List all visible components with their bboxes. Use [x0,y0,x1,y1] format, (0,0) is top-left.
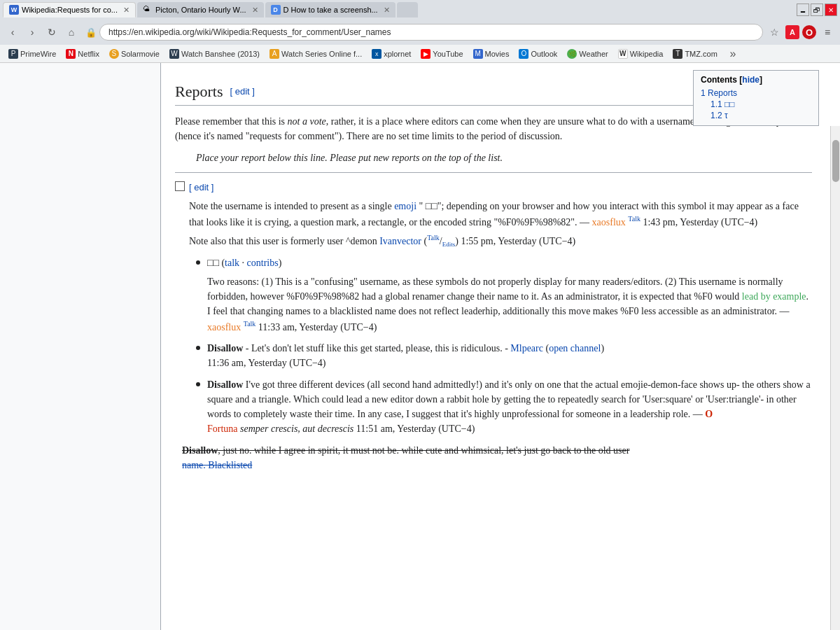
reload-button[interactable]: ↻ [43,24,60,41]
tab-close-screenshot[interactable]: ✕ [384,6,390,15]
home-button[interactable]: ⌂ [63,24,80,41]
bookmark-label-youtube: YouTube [433,50,463,58]
bookmark-solarmovie[interactable]: S Solarmovie [105,48,164,60]
tab-favicon-weather: 🌤 [143,5,153,15]
disallow3-extra[interactable]: name. Blacklisted [182,460,252,470]
bullet-dot-d2 [196,382,200,386]
disallow1-bullet: Disallow - Let's don't let stuff like th… [196,341,812,370]
left-sidebar [0,63,161,630]
ivanvector-link[interactable]: Ivanvector [379,235,421,246]
disallow2-time: 11:51 am, Yesterday (UTC−4) [356,424,475,434]
tab-close-wikipedia[interactable]: ✕ [123,6,130,15]
disallow3-text: , just no. while I agree in spirit, it m… [218,445,629,456]
bookmark-primewire[interactable]: P PrimeWire [4,48,60,60]
opera-icon[interactable]: O [802,25,816,39]
open-channel-link[interactable]: open channel [549,343,601,354]
tab-label-screenshot: D How to take a screensh... [284,6,378,14]
disallow2-label: Disallow [207,379,243,390]
title-bar: W Wikipedia:Requests for co... ✕ 🌤 Picto… [0,0,840,20]
minimize-button[interactable]: 🗕 [797,4,809,16]
bookmark-banshee[interactable]: W Watch Banshee (2013) [165,48,264,60]
bookmark-favicon-watchseries: A [270,49,279,59]
section-edit-link-reports[interactable]: [ edit ] [230,85,254,99]
disallow1-time: 11:36 am, Yesterday (UTC−4) [207,358,326,368]
checkbox-content: [ edit ] Note the username is intended t… [189,180,812,250]
toc-hide-link[interactable]: hide [742,75,760,85]
bookmark-label-outlook: Outlook [531,50,557,58]
bookmark-weather[interactable]: 🌿 Weather [563,48,612,60]
toc-title: Contents [hide] [701,75,811,85]
author-xaosflux-1[interactable]: xaosflux [592,217,626,227]
tab-weather[interactable]: 🌤 Picton, Ontario Hourly W... ✕ [137,2,264,18]
bookmark-favicon-movies: M [473,49,483,59]
checkbox-box [175,181,185,191]
toc-item-1-2[interactable]: 1.2 τ [701,110,811,121]
tab-close-weather[interactable]: ✕ [252,6,258,15]
bookmark-label-tmz: TMZ.com [685,50,717,58]
bookmark-favicon-weather: 🌿 [567,49,577,59]
bookmark-label-wikipedia: Wikipedia [630,50,664,58]
scrollbar[interactable] [830,126,840,630]
bookmark-netflix[interactable]: N Netflix [62,48,104,60]
back-button[interactable]: ‹ [4,24,21,41]
toc-item-1[interactable]: 1 Reports [701,88,811,99]
bookmark-label-primewire: PrimeWire [20,50,56,58]
toc-number-1: 1 [701,88,706,98]
bookmark-favicon-xplornet: x [372,49,382,59]
maximize-button[interactable]: 🗗 [811,4,823,16]
close-button[interactable]: ✕ [825,4,837,16]
body-para: Two reasons: (1) This is a "confusing" u… [207,274,812,335]
tab-wikipedia[interactable]: W Wikipedia:Requests for co... ✕ [3,2,136,18]
ivanvector-talk[interactable]: Talk [427,234,440,241]
user-talk-link[interactable]: talk [225,258,239,268]
disallow2-content: Disallow I've got three different device… [207,377,812,436]
disallow3-label: Disallow [182,445,218,456]
toc-item-1-1[interactable]: 1.1 □□ [701,99,811,110]
bookmark-favicon-wikipedia: W [618,49,628,59]
body-time: 11:33 am, Yesterday (UTC−4) [258,321,377,332]
ivanvector-edits[interactable]: Edits [442,241,456,248]
bookmark-label-xplornet: xplornet [384,50,411,58]
tab-new[interactable] [397,2,418,18]
bookmark-favicon-banshee: W [169,49,179,59]
bookmark-wikipedia[interactable]: W Wikipedia [614,48,668,60]
horizontal-rule [175,172,812,173]
bullet-dot-d1 [196,346,200,350]
window-controls: 🗕 🗗 ✕ [797,4,837,16]
bookmark-favicon-netflix: N [66,49,76,59]
adblock-icon[interactable]: A [785,25,799,39]
not-a-vote-text: not a vote [288,116,326,127]
scroll-thumb[interactable] [832,140,839,182]
toc-label-1-2: τ [724,111,728,120]
emoji-link[interactable]: emoji [394,201,416,211]
menu-icon[interactable]: ≡ [819,24,836,41]
author-xaosflux-2[interactable]: xaosflux [207,321,241,332]
bookmark-movies[interactable]: M Movies [469,48,514,60]
disallow3-content: Disallow, just no. while I agree in spir… [182,443,812,472]
bookmark-xplornet[interactable]: x xplornet [368,48,415,60]
talk-link-2[interactable]: Talk [244,320,256,328]
bookmark-outlook[interactable]: O Outlook [514,48,561,60]
user-contribs-link[interactable]: contribs [247,258,279,268]
address-input[interactable] [99,24,763,41]
bookmark-label-solarmovie: Solarmovie [121,50,160,58]
content-area: Reports [ edit ] Please remember that th… [161,63,826,486]
bookmark-tmz[interactable]: T TMZ.com [668,48,721,60]
disallow2-bullet: Disallow I've got three different device… [196,377,812,436]
fortuna-link[interactable]: Fortuna [207,424,238,434]
disallow2-text: I've got three different devices (all se… [207,379,811,419]
address-bar: ‹ › ↻ ⌂ 🔒 ☆ A O ≡ [0,20,840,45]
bullet-dot [196,260,200,265]
checkbox-edit-link[interactable]: [ edit ] [189,182,214,192]
toc-box: Contents [hide] 1 Reports 1.1 □□ 1.2 τ [693,70,819,126]
bookmarks-more-icon[interactable]: » [724,46,741,62]
bookmark-watchseries[interactable]: A Watch Series Online f... [265,48,366,60]
tab-screenshot[interactable]: D D How to take a screensh... ✕ [265,2,396,18]
mlpearc-link[interactable]: Mlpearc [510,343,543,354]
talk-link-1[interactable]: Talk [628,215,640,223]
lead-by-example-link[interactable]: lead by example [742,291,806,302]
bookmark-star-icon[interactable]: ☆ [766,24,783,41]
bookmark-label-watchseries: Watch Series Online f... [281,50,362,58]
bookmark-youtube[interactable]: ▶ YouTube [416,48,467,60]
forward-button[interactable]: › [24,24,41,41]
